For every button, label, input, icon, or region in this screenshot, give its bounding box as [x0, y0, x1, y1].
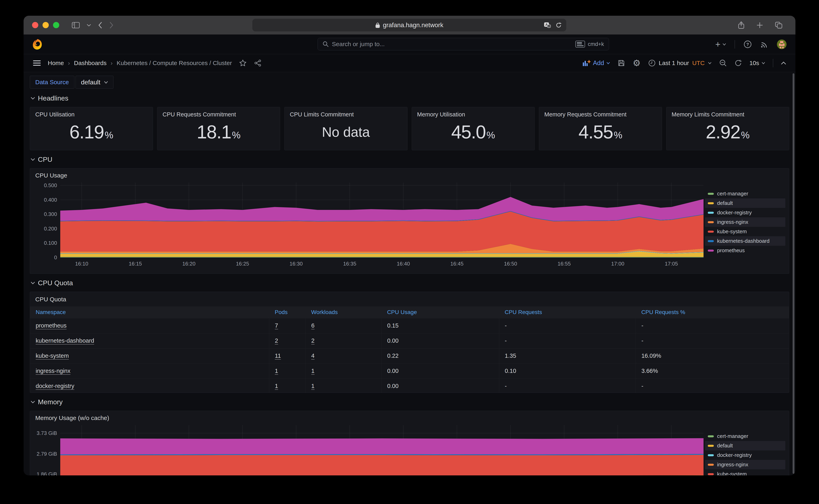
- news-rss-icon[interactable]: [760, 40, 768, 48]
- column-header[interactable]: CPU Requests: [499, 306, 636, 318]
- legend-item[interactable]: ingress-nginx: [705, 460, 785, 469]
- legend-item[interactable]: docker-registry: [705, 450, 785, 460]
- breadcrumb-home[interactable]: Home: [48, 60, 64, 66]
- lock-icon: [375, 22, 380, 28]
- table-cell-link[interactable]: 7: [275, 322, 278, 329]
- table-cell-link[interactable]: 4: [311, 353, 314, 359]
- table-cell-link[interactable]: prometheus: [36, 322, 66, 329]
- legend-item[interactable]: default: [705, 441, 785, 450]
- table-cell-link[interactable]: docker-registry: [36, 383, 74, 389]
- breadcrumb-dashboards[interactable]: Dashboards: [74, 60, 107, 66]
- section-cpu[interactable]: CPU: [31, 156, 789, 163]
- share-dashboard-icon[interactable]: [254, 59, 261, 67]
- grafana-logo[interactable]: [32, 39, 43, 50]
- close-window-button[interactable]: [32, 22, 38, 28]
- column-header[interactable]: Namespace: [30, 306, 269, 318]
- table-cell-link[interactable]: ingress-nginx: [36, 368, 70, 374]
- stat-title: Memory Utilisation: [417, 111, 530, 118]
- help-icon[interactable]: ?: [743, 40, 752, 49]
- add-panel-button[interactable]: Add: [583, 59, 610, 67]
- column-header[interactable]: CPU Usage: [381, 306, 499, 318]
- table-cell-link[interactable]: 1: [275, 368, 278, 374]
- table-cell-link[interactable]: kubernetes-dashboard: [36, 337, 94, 344]
- datasource-dropdown[interactable]: default: [76, 76, 113, 89]
- legend-swatch: [708, 473, 714, 475]
- legend-item[interactable]: cert-manager: [705, 189, 785, 198]
- favorite-star-icon[interactable]: [239, 59, 246, 67]
- table-cell-link[interactable]: 2: [311, 337, 314, 344]
- panel-title[interactable]: CPU Usage: [30, 168, 789, 180]
- stat-value: 2.92: [706, 121, 740, 143]
- refresh-interval-dropdown[interactable]: 10s: [750, 60, 765, 66]
- stat-title: CPU Utilisation: [35, 111, 147, 118]
- legend-item[interactable]: kube-system: [705, 227, 785, 236]
- table-cell: 0.15: [381, 318, 499, 333]
- menu-hamburger-icon[interactable]: [33, 60, 41, 66]
- user-avatar[interactable]: [777, 39, 787, 49]
- cpu-usage-chart[interactable]: 00.1000.2000.3000.4000.50016:1016:1516:2…: [30, 180, 705, 268]
- table-cell: -: [499, 318, 636, 333]
- section-headlines[interactable]: Headlines: [31, 94, 789, 102]
- legend-item[interactable]: prometheus: [705, 246, 785, 255]
- legend-item[interactable]: kubernetes-dashboard: [705, 236, 785, 246]
- time-range-label: Last 1 hour: [659, 60, 689, 66]
- svg-text:16:30: 16:30: [289, 261, 303, 267]
- column-header[interactable]: Workloads: [305, 306, 381, 318]
- table-cell: 1.35: [499, 348, 636, 363]
- page-scrollbar[interactable]: [793, 73, 794, 474]
- forward-button[interactable]: [109, 22, 114, 29]
- legend-item[interactable]: cert-manager: [705, 431, 785, 441]
- stat-panel[interactable]: CPU Limits CommitmentNo data: [284, 107, 407, 150]
- stat-panel[interactable]: CPU Requests Commitment18.1%: [157, 107, 280, 150]
- breadcrumb: Home › Dashboards › Kubernetes / Compute…: [48, 60, 232, 66]
- panel-title[interactable]: Memory Usage (w/o cache): [30, 411, 789, 422]
- table-cell-link[interactable]: 1: [311, 368, 314, 374]
- new-menu-button[interactable]: +: [715, 39, 726, 49]
- tab-overview-icon[interactable]: [775, 22, 783, 29]
- zoom-out-icon[interactable]: [719, 59, 727, 67]
- column-header[interactable]: CPU Requests %: [636, 306, 789, 318]
- reload-icon[interactable]: [556, 22, 562, 28]
- translate-icon[interactable]: A x: [544, 22, 551, 28]
- table-cell-link[interactable]: 1: [311, 383, 314, 389]
- stat-panel[interactable]: Memory Requests Commitment4.55%: [539, 107, 662, 150]
- memory-usage-chart[interactable]: 0.93 GiB1.86 GiB2.79 GiB3.73 GiB: [30, 422, 705, 475]
- legend-item[interactable]: ingress-nginx: [705, 217, 785, 227]
- refresh-icon[interactable]: [735, 59, 742, 67]
- legend-item[interactable]: kube-system: [705, 469, 785, 475]
- table-cell-link[interactable]: 1: [275, 383, 278, 389]
- section-memory[interactable]: Memory: [31, 398, 789, 406]
- dashboard-scroll-area[interactable]: Data Source default Headlines CPU Utilis…: [24, 72, 795, 475]
- legend-swatch: [708, 202, 714, 204]
- new-tab-icon[interactable]: [756, 22, 763, 29]
- stat-title: Memory Limits Commitment: [672, 111, 784, 118]
- stat-panel[interactable]: Memory Utilisation45.0%: [412, 107, 535, 150]
- variable-label[interactable]: Data Source: [30, 76, 74, 89]
- section-cpu-quota[interactable]: CPU Quota: [31, 279, 789, 287]
- chevron-down-icon[interactable]: [87, 24, 91, 27]
- legend-item[interactable]: docker-registry: [705, 208, 785, 217]
- table-cell-link[interactable]: 11: [275, 353, 281, 359]
- stat-panel[interactable]: CPU Utilisation6.19%: [30, 107, 153, 150]
- stat-panel[interactable]: Memory Limits Commitment2.92%: [666, 107, 789, 150]
- back-button[interactable]: [98, 22, 102, 29]
- save-dashboard-icon[interactable]: [618, 59, 625, 67]
- legend-item[interactable]: default: [705, 198, 785, 208]
- column-header[interactable]: Pods: [269, 306, 305, 318]
- table-cell-link[interactable]: kube-system: [36, 353, 69, 359]
- svg-text:?: ?: [746, 42, 749, 47]
- table-cell-link[interactable]: 2: [275, 337, 278, 344]
- sidebar-toggle-icon[interactable]: [72, 22, 80, 28]
- time-range-picker[interactable]: Last 1 hour UTC: [648, 59, 712, 67]
- dashboard-settings-icon[interactable]: ⚙: [633, 59, 641, 67]
- table-cell-link[interactable]: 6: [311, 322, 314, 329]
- panel-title[interactable]: CPU Quota: [30, 292, 789, 306]
- minimize-window-button[interactable]: [43, 22, 49, 28]
- share-icon[interactable]: [738, 21, 745, 29]
- search-input[interactable]: Search or jump to... cmd+k: [317, 38, 609, 50]
- table-cell: 0.00: [381, 379, 499, 393]
- zoom-window-button[interactable]: [53, 22, 59, 28]
- address-bar[interactable]: grafana.hagn.network A x: [252, 19, 566, 31]
- collapse-toolbar-icon[interactable]: [781, 61, 786, 65]
- browser-toolbar: grafana.hagn.network A x: [24, 16, 795, 35]
